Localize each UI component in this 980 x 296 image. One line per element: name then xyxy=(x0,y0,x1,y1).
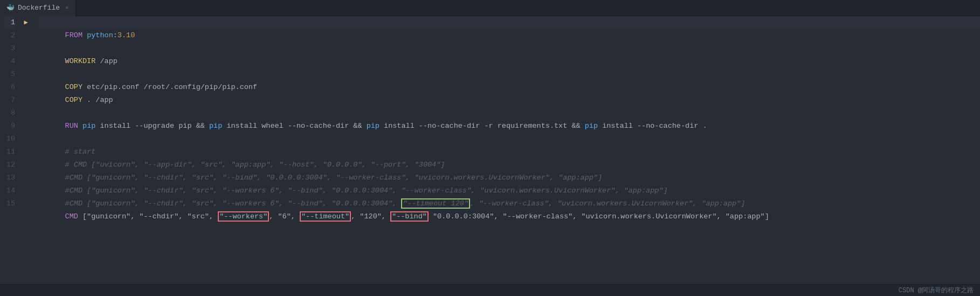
code-line-11: # CMD ["uvicorn", "--app-dir", "src", "a… xyxy=(39,146,980,159)
line-num-11: 11 xyxy=(4,146,15,159)
keyword-run: RUN xyxy=(65,122,78,130)
code-line-10: # start xyxy=(39,133,980,146)
line-num-2: 2 xyxy=(4,29,15,42)
line-num-4: 4 xyxy=(4,55,15,68)
comment-cmd-gunicorn-2: #CMD ["gunicorn", "--chdir", "src", "--w… xyxy=(65,187,668,195)
keyword-cmd: CMD xyxy=(65,212,78,221)
tab-bar: 🐳 Dockerfile × xyxy=(0,0,980,16)
watermark-text: CSDN @阿汤哥的程序之路 xyxy=(899,286,974,295)
line-num-3: 3 xyxy=(4,42,15,55)
code-line-7 xyxy=(39,94,980,107)
keyword-copy-2: COPY xyxy=(65,96,82,104)
line-num-12: 12 xyxy=(4,159,15,171)
comment-cmd-gunicorn-3: #CMD ["gunicorn", "--chdir", "src", "--w… xyxy=(65,199,402,208)
editor-container: 1 2 3 4 5 6 7 8 9 10 11 12 13 14 15 ▶ xyxy=(0,16,980,284)
highlight-workers-red: "--workers" xyxy=(218,211,269,222)
dockerfile-tab[interactable]: 🐳 Dockerfile × xyxy=(0,0,76,16)
keyword-workdir: WORKDIR xyxy=(65,57,96,65)
line-num-14: 14 xyxy=(4,184,15,197)
line-num-5: 5 xyxy=(4,68,15,81)
line-numbers: 1 2 3 4 5 6 7 8 9 10 11 12 13 14 15 xyxy=(0,16,19,284)
line-num-10: 10 xyxy=(4,133,15,146)
tab-close-icon[interactable]: × xyxy=(65,5,69,11)
line-num-1: 1 xyxy=(4,16,15,29)
line-num-15: 15 xyxy=(4,197,15,210)
comment-cmd-gunicorn-1: #CMD ["gunicorn", "--chdir", "src", "--b… xyxy=(65,174,602,182)
version-number: 3.10 xyxy=(118,31,135,39)
gutter: ▶ xyxy=(19,16,32,284)
comment-cmd-uvicorn: # CMD ["uvicorn", "--app-dir", "src", "a… xyxy=(65,161,445,169)
value-python: python xyxy=(87,31,113,39)
code-area[interactable]: FROM python:3.10 WORKDIR /app COPY etc/p… xyxy=(32,16,980,284)
highlight-timeout-red: "--timeout" xyxy=(300,211,351,222)
code-line-5: COPY etc/pip.conf /root/.config/pip/pip.… xyxy=(39,68,980,81)
comment-start: # start xyxy=(65,148,96,156)
highlight-bind-red: "--bind" xyxy=(390,211,429,222)
code-line-2 xyxy=(39,29,980,42)
status-bar: CSDN @阿汤哥的程序之路 xyxy=(0,284,980,296)
code-line-1: FROM python:3.10 xyxy=(39,16,980,29)
docker-icon: 🐳 xyxy=(6,4,15,12)
highlight-timeout-green: "--timeout 120" xyxy=(401,198,470,209)
line-num-6: 6 xyxy=(4,81,15,94)
active-line-arrow: ▶ xyxy=(19,16,32,29)
tab-label: Dockerfile xyxy=(18,4,60,12)
line-num-9: 9 xyxy=(4,120,15,133)
code-line-8: RUN pip install --upgrade pip && pip ins… xyxy=(39,107,980,120)
keyword-from: FROM xyxy=(65,31,82,39)
line-num-7: 7 xyxy=(4,94,15,107)
code-line-3: WORKDIR /app xyxy=(39,42,980,55)
line-num-8: 8 xyxy=(4,107,15,120)
line-num-13: 13 xyxy=(4,171,15,184)
code-line-4 xyxy=(39,55,980,68)
keyword-copy-1: COPY xyxy=(65,83,82,91)
